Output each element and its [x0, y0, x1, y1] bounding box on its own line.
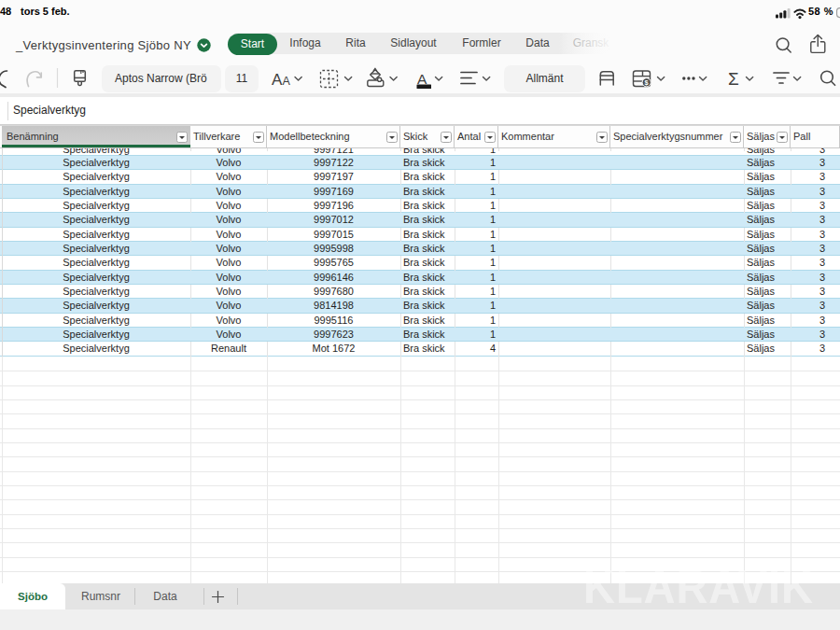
- svg-text:Σ: Σ: [728, 69, 739, 89]
- svg-text:A: A: [283, 75, 291, 88]
- svg-text:A: A: [417, 71, 427, 87]
- svg-text:A: A: [272, 71, 283, 89]
